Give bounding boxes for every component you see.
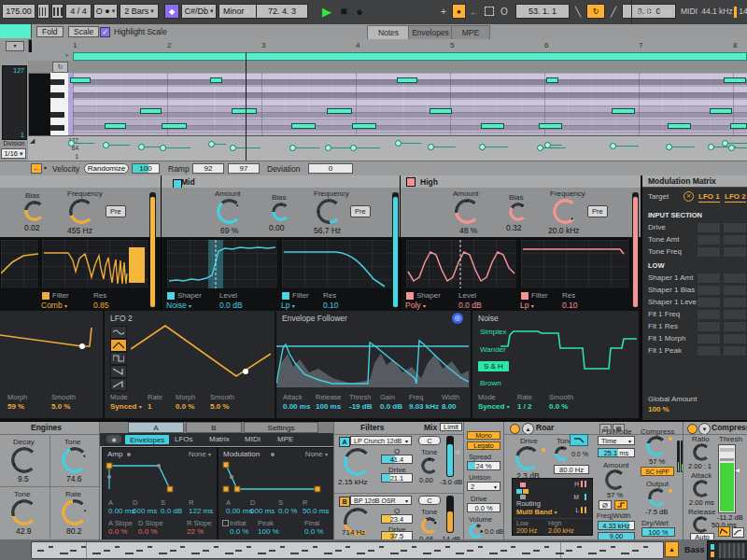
filter-checkbox[interactable] [520,291,529,301]
lane-selector-dropdown[interactable]: ▾ [6,41,24,51]
threshold-handle[interactable]: ◀ [735,467,740,474]
filter-checkbox[interactable] [281,291,290,301]
matrix-amount-cell[interactable] [723,321,747,332]
loop-start-marker-icon[interactable]: ▸ [65,51,69,59]
envelope-view-button[interactable] [718,526,730,537]
filter-type-dropdown[interactable]: Lp ▾ [520,301,534,310]
insert-marker-icon[interactable]: + [437,4,450,19]
device-on-led[interactable] [510,424,520,434]
compress-knob[interactable] [646,436,667,456]
tab-a[interactable]: A [128,422,184,433]
matrix-amount-cell[interactable] [697,309,721,320]
lfo2-waveform-display[interactable] [131,323,271,386]
subtab-mpe[interactable]: MPE [277,434,293,444]
gain-value[interactable]: 0.0 dB [380,402,402,411]
punch-in-icon[interactable]: ╲ [571,4,585,19]
pen-icon[interactable]: ✎ [633,4,644,19]
device-on-led[interactable] [687,424,698,434]
midi-note[interactable] [539,123,562,129]
ratio-knob[interactable] [693,443,711,461]
saw-down-wave-icon[interactable] [110,365,127,378]
rate-knob[interactable] [62,499,88,525]
fb-freq-field[interactable]: 4.33 kHz [598,521,635,530]
amp-sustain-value[interactable]: 0.0 dB [161,507,182,515]
subtab-matrix[interactable]: Matrix [209,434,230,444]
freq-value[interactable]: 9.03 kHz [409,402,439,411]
randomize-button[interactable]: Randomize [84,163,129,174]
selection-box-icon[interactable] [483,4,496,19]
record-button[interactable]: ● [352,4,367,19]
fb-mode-dropdown[interactable]: Time▾ [598,436,635,445]
fold-strip-button[interactable]: ▲ [665,541,679,557]
filter-checkbox[interactable] [41,291,50,301]
subtab-lfos[interactable]: LFOs [175,434,193,444]
lane-fold-icon[interactable]: ◢ [30,137,35,145]
midi-note[interactable] [612,108,635,114]
mod-release-value[interactable]: 50.0 ms [303,507,329,515]
midi-note[interactable] [140,108,162,114]
tab-envelopes[interactable]: Envelopes [408,25,453,39]
scale-mode-button[interactable]: Scale [68,26,99,37]
morph-value[interactable]: 59 % [7,402,24,411]
time-signature-field[interactable]: 4 / 4 [65,4,92,19]
division-selector[interactable]: 1/16▾ [1,148,26,159]
note-grid[interactable] [73,73,747,135]
sine-wave-icon[interactable] [110,326,127,339]
black-key[interactable] [50,92,64,98]
filter-b-tone-knob[interactable] [421,517,438,534]
black-key[interactable] [50,125,64,131]
midi-note[interactable] [430,108,452,114]
key-range-display[interactable]: 127 1 [2,65,27,140]
midi-note[interactable] [162,123,187,129]
mono-button[interactable]: Mono [467,431,500,440]
mod-sustain-value[interactable]: 0.0 % [278,507,297,515]
transfer-curve-button[interactable] [732,527,744,538]
bias-knob[interactable] [24,201,45,221]
amp-target-dropdown[interactable]: None ▾ [189,450,211,458]
matrix-amount-cell[interactable] [723,333,747,344]
matrix-amount-cell[interactable] [723,285,747,296]
high-band-checkbox[interactable] [406,177,416,187]
scale-root-menu[interactable]: C#/Db▾ [181,4,217,19]
midi-note[interactable] [70,77,91,83]
tempo-field[interactable]: 175.00 [2,4,35,19]
loop-switch[interactable]: ↻ [586,4,605,19]
mid-band-checkbox[interactable] [173,179,182,189]
highlight-scale-control[interactable]: ✓ Highlight Scale [100,26,167,37]
threshold-meter[interactable] [718,444,736,513]
midi-note[interactable] [710,108,732,114]
punch-out-icon[interactable]: ╱ [607,4,620,19]
draw-mode-icon[interactable]: O [498,4,511,19]
midi-note[interactable] [546,77,558,83]
matrix-amount-cell[interactable] [697,234,721,245]
highlight-scale-checkbox[interactable]: ✓ [100,27,110,37]
dry-wet-field[interactable]: 100 % [641,527,675,537]
bias-knob[interactable] [509,203,528,221]
pre-button[interactable]: Pre [587,205,608,217]
smooth-value[interactable]: 0.0 % [549,402,568,411]
frequency-knob[interactable] [69,199,94,224]
smooth-value[interactable]: 5.0 % [51,402,70,411]
midi-note[interactable] [210,77,222,83]
matrix-titlebar[interactable]: Modulation Matrix [642,175,747,188]
low-filter-display[interactable] [41,239,149,289]
smooth-value[interactable]: 5.0 % [210,402,229,411]
amp-release-value[interactable]: 122 ms [189,507,213,515]
phase-invert-button[interactable]: Ø [599,500,612,510]
sc-hpf-button[interactable]: SC HPF [641,467,674,476]
mod-initial-value[interactable]: 0.0 % [230,527,248,536]
mod-final-value[interactable]: 0.0 % [304,527,323,536]
roar-tone-knob[interactable] [555,446,570,461]
triangle-wave-icon[interactable] [110,339,127,352]
midi-note[interactable] [327,108,352,114]
lane-dropdown-icon[interactable]: ▾ [44,164,47,171]
filter-a-badge[interactable]: A [339,437,350,447]
matrix-amount-cell[interactable] [697,222,721,233]
output-knob[interactable] [648,488,667,507]
pre-button[interactable]: Pre [106,205,126,217]
spread-field[interactable]: 24 % [467,461,500,470]
midi-map-button[interactable]: MIDI [678,4,700,19]
mode-value[interactable]: Synced ▾ [110,402,142,411]
metronome-button[interactable] [51,4,63,19]
mod-dot[interactable] [271,453,275,456]
